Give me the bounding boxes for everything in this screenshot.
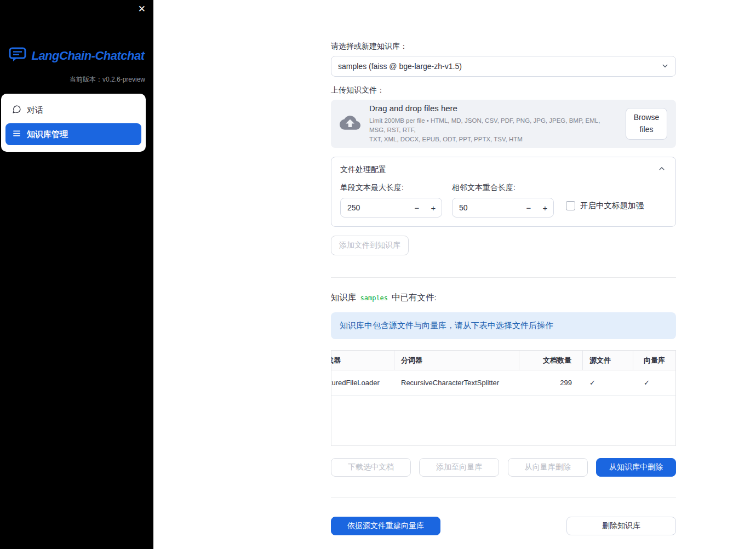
expander-header[interactable]: 文件处理配置 bbox=[340, 164, 667, 175]
chunk-size-plus-button[interactable]: + bbox=[425, 203, 442, 213]
zh-title-enhance-label: 开启中文标题加强 bbox=[580, 201, 644, 211]
sidebar: ✕ LangChain-Chatchat 当前版本：v0.2.6-preview… bbox=[0, 0, 153, 549]
app-logo: LangChain-Chatchat bbox=[0, 0, 153, 64]
sidebar-nav: 对话 知识库管理 bbox=[1, 94, 146, 152]
kb-files-suffix: 中已有文件: bbox=[392, 292, 437, 304]
divider bbox=[331, 497, 676, 498]
overlap-size-label: 相邻文本重合长度: bbox=[452, 183, 554, 193]
add-files-button[interactable]: 添加文件到知识库 bbox=[331, 236, 409, 255]
kb-select-label: 请选择或新建知识库： bbox=[331, 42, 676, 52]
remove-from-vector-store-button[interactable]: 从向量库删除 bbox=[508, 458, 588, 477]
version-label: 当前版本：v0.2.6-preview bbox=[0, 64, 153, 84]
table-header-row: 文档加载器 分词器 文档数量 源文件 向量库 bbox=[331, 351, 676, 370]
cell-vector-store-check: ✓ bbox=[633, 370, 676, 395]
dropzone-limit: Limit 200MB per file • HTML, MD, JSON, C… bbox=[369, 116, 617, 145]
overlap-size-minus-button[interactable]: − bbox=[520, 203, 537, 213]
main-area: 请选择或新建知识库： samples (faiss @ bge-large-zh… bbox=[153, 0, 756, 549]
chunk-size-label: 单段文本最大长度: bbox=[340, 183, 442, 193]
table-header-doc-count[interactable]: 文档数量 bbox=[519, 351, 583, 370]
chunk-size-input[interactable]: 250 − + bbox=[340, 198, 442, 218]
download-selected-button[interactable]: 下载选中文档 bbox=[331, 458, 411, 477]
table-actions: 下载选中文档 添加至向量库 从向量库删除 从知识库中删除 bbox=[331, 458, 676, 477]
delete-kb-button[interactable]: 删除知识库 bbox=[566, 517, 676, 535]
overlap-size-input[interactable]: 50 − + bbox=[452, 198, 554, 218]
close-icon[interactable]: ✕ bbox=[138, 4, 146, 14]
table-row[interactable]: UnstructuredFileLoader RecursiveCharacte… bbox=[331, 370, 676, 396]
app-title: LangChain-Chatchat bbox=[31, 49, 144, 63]
file-dropzone[interactable]: Drag and drop files here Limit 200MB per… bbox=[331, 100, 676, 148]
sidebar-item-label: 对话 bbox=[27, 105, 43, 116]
sidebar-item-dialogue[interactable]: 对话 bbox=[5, 100, 141, 120]
sidebar-item-label: 知识库管理 bbox=[27, 129, 68, 140]
bottom-actions: 依据源文件重建向量库 删除知识库 bbox=[331, 517, 676, 535]
expander-title: 文件处理配置 bbox=[340, 165, 386, 175]
rebuild-vector-store-button[interactable]: 依据源文件重建向量库 bbox=[331, 517, 440, 535]
kb-name-code: samples bbox=[360, 294, 388, 302]
zh-title-enhance-group: 开启中文标题加强 bbox=[566, 201, 644, 211]
expander-body: 单段文本最大长度: 250 − + 相邻文本重合长度: 50 − + bbox=[340, 183, 667, 218]
kb-files-prefix: 知识库 bbox=[331, 292, 357, 304]
overlap-size-value: 50 bbox=[453, 203, 520, 212]
sidebar-item-knowledge-base[interactable]: 知识库管理 bbox=[5, 123, 141, 145]
upload-label: 上传知识文件： bbox=[331, 85, 676, 95]
chunk-size-value: 250 bbox=[341, 203, 409, 212]
chat-bubble-icon bbox=[12, 105, 21, 116]
overlap-size-plus-button[interactable]: + bbox=[537, 203, 553, 213]
kb-selectbox[interactable]: samples (faiss @ bge-large-zh-v1.5) bbox=[331, 56, 676, 77]
cloud-upload-icon bbox=[340, 112, 360, 135]
chunk-size-minus-button[interactable]: − bbox=[409, 203, 425, 213]
dropzone-texts: Drag and drop files here Limit 200MB per… bbox=[369, 104, 617, 145]
chat-logo-icon bbox=[9, 47, 26, 64]
cell-loader: UnstructuredFileLoader bbox=[331, 370, 394, 395]
table-header-source-file[interactable]: 源文件 bbox=[583, 351, 633, 370]
kb-selected-value: samples (faiss @ bge-large-zh-v1.5) bbox=[338, 62, 462, 71]
knowledge-base-icon bbox=[12, 129, 21, 140]
chevron-up-icon bbox=[657, 164, 667, 175]
cell-source-file-check: ✓ bbox=[583, 370, 633, 395]
cell-doc-count: 299 bbox=[519, 370, 583, 395]
browse-files-button[interactable]: Browse files bbox=[626, 108, 667, 139]
table-header-vector-store[interactable]: 向量库 bbox=[633, 351, 676, 370]
divider bbox=[331, 277, 676, 278]
cell-splitter: RecursiveCharacterTextSplitter bbox=[394, 370, 519, 395]
chevron-down-icon bbox=[660, 61, 670, 72]
table-header-splitter[interactable]: 分词器 bbox=[394, 351, 519, 370]
chunk-size-group: 单段文本最大长度: 250 − + bbox=[340, 183, 442, 218]
info-banner: 知识库中包含源文件与向量库，请从下表中选择文件后操作 bbox=[331, 312, 676, 339]
file-config-expander: 文件处理配置 单段文本最大长度: 250 − + 相邻文本重合长度: bbox=[331, 157, 676, 227]
table-header-loader[interactable]: 文档加载器 bbox=[331, 351, 394, 370]
kb-files-table[interactable]: 文档加载器 分词器 文档数量 源文件 向量库 UnstructuredFileL… bbox=[331, 350, 676, 446]
delete-from-kb-button[interactable]: 从知识库中删除 bbox=[596, 458, 676, 477]
overlap-size-group: 相邻文本重合长度: 50 − + bbox=[452, 183, 554, 218]
add-to-vector-store-button[interactable]: 添加至向量库 bbox=[419, 458, 499, 477]
dropzone-title: Drag and drop files here bbox=[369, 104, 617, 113]
zh-title-enhance-checkbox[interactable] bbox=[566, 201, 575, 210]
kb-files-heading: 知识库 samples 中已有文件: bbox=[331, 292, 676, 304]
